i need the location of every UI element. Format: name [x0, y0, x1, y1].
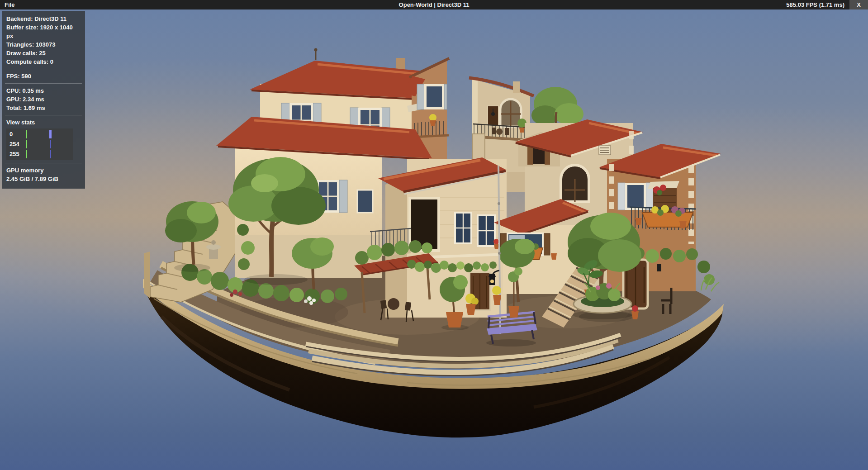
separator [5, 69, 82, 69]
stat-buffer-size: Buffer size: 1920 x 1040 px [6, 23, 81, 40]
village-scene-canvas [0, 0, 868, 470]
gpu-memory-value: 2.45 GiB / 7.89 GiB [6, 175, 81, 183]
stat-backend: Backend: Direct3D 11 [6, 14, 81, 23]
blue-marker [49, 130, 52, 138]
stats-overlay-panel: Backend: Direct3D 11 Buffer size: 1920 x… [2, 11, 85, 189]
separator [5, 83, 82, 84]
gpu-memory-label: GPU memory [6, 166, 81, 175]
view-stats-row: 0 [6, 129, 73, 139]
view-stats-label: View stats [6, 118, 81, 127]
stat-total-time: Total: 1.69 ms [6, 104, 81, 112]
window-shuttered [618, 183, 653, 210]
app-window: File Open-World | Direct3D 11 585.03 FPS… [0, 0, 868, 470]
blue-marker [50, 150, 51, 158]
house-center-stone [370, 134, 507, 318]
view-stats-row: 254 [6, 139, 73, 149]
window-title: Open-World | Direct3D 11 [0, 0, 868, 9]
close-button[interactable]: X [849, 0, 868, 9]
view-stats-row-label: 255 [9, 151, 19, 157]
window [455, 213, 471, 243]
view-stats-row-label: 0 [9, 131, 13, 138]
green-marker [26, 150, 27, 158]
green-marker [26, 130, 27, 138]
stat-triangles: Triangles: 103073 [6, 40, 81, 49]
titlebar: File Open-World | Direct3D 11 585.03 FPS… [0, 0, 868, 9]
stat-compute-calls: Compute calls: 0 [6, 57, 81, 66]
stat-fps: FPS: 590 [6, 72, 81, 81]
separator [5, 163, 82, 163]
fps-readout: 585.03 FPS (1.71 ms) [786, 0, 844, 9]
view-stats-row: 255 [6, 149, 73, 159]
window [478, 215, 495, 246]
blue-marker [50, 140, 51, 148]
view-stats-row-label: 254 [9, 141, 19, 147]
green-marker [26, 140, 27, 148]
viewport-3d[interactable] [0, 9, 868, 470]
stat-cpu-time: CPU: 0.35 ms [6, 86, 81, 95]
separator [5, 115, 82, 115]
stat-gpu-time: GPU: 2.34 ms [6, 95, 81, 104]
view-stats-chart: 0 254 255 [6, 128, 73, 160]
stat-draw-calls: Draw calls: 25 [6, 49, 81, 57]
